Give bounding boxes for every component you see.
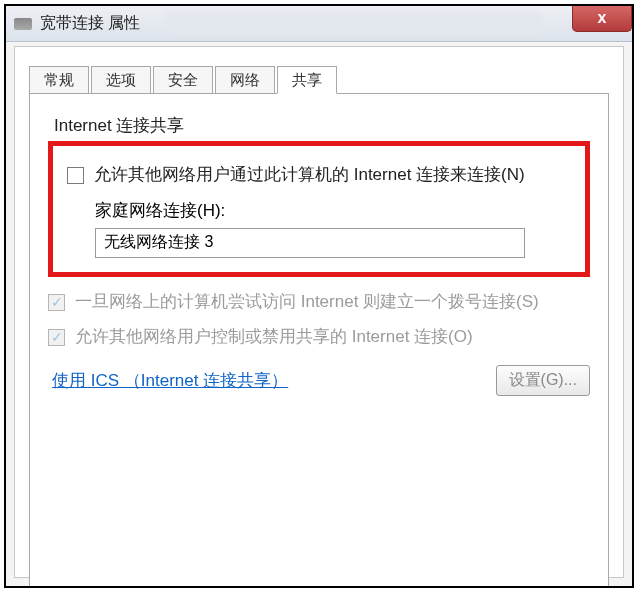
- settings-button[interactable]: 设置(G)...: [496, 365, 590, 396]
- title-bar: 宽带连接 属性 x: [6, 6, 632, 42]
- dial-on-demand-row: 一旦网络上的计算机尝试访问 Internet 则建立一个拨号连接(S): [48, 291, 590, 314]
- tab-label: 网络: [230, 71, 260, 90]
- connection-icon: [14, 18, 32, 30]
- tab-label: 选项: [106, 71, 136, 90]
- allow-others-row: 允许其他网络用户通过此计算机的 Internet 连接来连接(N): [67, 164, 571, 187]
- tab-security[interactable]: 安全: [153, 66, 213, 94]
- dial-on-demand-checkbox: [48, 294, 65, 311]
- allow-control-checkbox: [48, 329, 65, 346]
- highlight-box: 允许其他网络用户通过此计算机的 Internet 连接来连接(N) 家庭网络连接…: [48, 141, 590, 277]
- tab-sharing[interactable]: 共享: [277, 66, 337, 94]
- dial-on-demand-label: 一旦网络上的计算机尝试访问 Internet 则建立一个拨号连接(S): [75, 291, 539, 314]
- ics-help-link[interactable]: 使用 ICS （Internet 连接共享）: [52, 369, 288, 392]
- bottom-row: 使用 ICS （Internet 连接共享） 设置(G)...: [48, 365, 590, 396]
- window-title: 宽带连接 属性: [40, 13, 140, 34]
- close-icon: x: [598, 9, 607, 27]
- tab-pane-sharing: Internet 连接共享 允许其他网络用户通过此计算机的 Internet 连…: [29, 93, 609, 588]
- tab-general[interactable]: 常规: [29, 66, 89, 94]
- home-network-label: 家庭网络连接(H):: [95, 199, 571, 222]
- group-title: Internet 连接共享: [54, 114, 590, 137]
- tab-label: 常规: [44, 71, 74, 90]
- tab-network[interactable]: 网络: [215, 66, 275, 94]
- close-button[interactable]: x: [572, 4, 632, 32]
- tab-options[interactable]: 选项: [91, 66, 151, 94]
- allow-control-row: 允许其他网络用户控制或禁用共享的 Internet 连接(O): [48, 326, 590, 349]
- allow-others-label: 允许其他网络用户通过此计算机的 Internet 连接来连接(N): [94, 164, 525, 187]
- client-area: 常规 选项 安全 网络 共享 Internet 连接共享 允许其他网络用户通过此…: [14, 46, 624, 578]
- allow-others-checkbox[interactable]: [67, 167, 84, 184]
- tab-strip: 常规 选项 安全 网络 共享: [15, 47, 623, 93]
- allow-control-label: 允许其他网络用户控制或禁用共享的 Internet 连接(O): [75, 326, 473, 349]
- home-network-value: 无线网络连接 3: [104, 232, 213, 253]
- tab-label: 共享: [292, 71, 322, 90]
- tab-label: 安全: [168, 71, 198, 90]
- titlebar-blur: [166, 12, 542, 36]
- home-network-combo[interactable]: 无线网络连接 3: [95, 228, 525, 258]
